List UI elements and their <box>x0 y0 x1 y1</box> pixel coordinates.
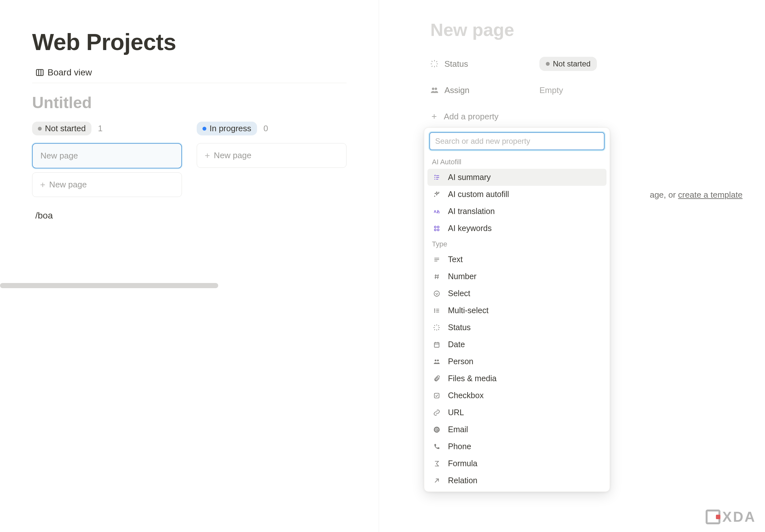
slash-command-input[interactable]: /boa <box>32 211 347 221</box>
status-dot-icon <box>38 127 42 131</box>
status-dot-icon <box>546 62 550 66</box>
dd-item-ai-custom[interactable]: AI custom autofill <box>427 186 606 203</box>
svg-point-4 <box>435 88 437 90</box>
xda-watermark: XDA <box>706 509 756 525</box>
add-card-label: New page <box>49 180 87 190</box>
dd-item-label: URL <box>448 408 464 417</box>
status-pill-in-progress[interactable]: In progress <box>197 122 257 135</box>
attachment-icon <box>432 375 441 382</box>
horizontal-scrollbar[interactable] <box>0 283 218 288</box>
dd-item-text[interactable]: Text <box>427 251 606 268</box>
dd-item-multiselect[interactable]: Multi-select <box>427 302 606 319</box>
side-page-title[interactable]: New page <box>430 19 749 40</box>
page-body-hint: age, or create a template <box>650 190 743 200</box>
svg-rect-0 <box>37 70 43 76</box>
number-icon <box>432 273 441 280</box>
dd-item-label: Checkbox <box>448 391 483 400</box>
dd-item-ai-keywords[interactable]: AI keywords <box>427 220 606 237</box>
dd-item-date[interactable]: Date <box>427 336 606 353</box>
svg-point-8 <box>434 196 435 196</box>
dd-item-number[interactable]: Number <box>427 268 606 285</box>
property-label: Status <box>444 59 468 69</box>
status-label: Not started <box>45 124 86 134</box>
dd-item-ai-summary[interactable]: AI summary <box>427 169 606 186</box>
add-card-label: New page <box>214 151 251 161</box>
svg-point-23 <box>434 310 435 311</box>
multiselect-icon <box>432 307 441 314</box>
dd-item-label: AI summary <box>448 173 491 182</box>
dd-item-label: Date <box>448 340 465 349</box>
email-icon <box>432 426 441 433</box>
dd-item-files[interactable]: Files & media <box>427 370 606 387</box>
property-row-status[interactable]: Status Not started <box>430 56 749 72</box>
page-side-panel: New page Status Not started Assign <box>379 0 765 532</box>
svg-point-10 <box>434 226 436 228</box>
dd-item-label: AI translation <box>448 207 495 216</box>
view-tab-label: Board view <box>48 67 92 78</box>
dropdown-section-ai: AI Autofill <box>427 155 606 169</box>
status-value-text: Not started <box>553 59 590 68</box>
plus-icon: + <box>40 180 45 189</box>
dd-item-relation[interactable]: Relation <box>427 472 606 489</box>
status-dot-icon <box>203 127 206 131</box>
dd-item-phone[interactable]: Phone <box>427 438 606 455</box>
svg-point-21 <box>434 291 439 296</box>
property-row-assign[interactable]: Assign Empty <box>430 82 749 99</box>
dd-item-formula[interactable]: Formula <box>427 455 606 472</box>
dd-item-email[interactable]: Email <box>427 421 606 438</box>
database-subtitle[interactable]: Untitled <box>32 93 347 112</box>
plus-icon: + <box>205 151 210 160</box>
dd-item-url[interactable]: URL <box>427 404 606 421</box>
svg-point-7 <box>439 192 439 193</box>
dd-item-person[interactable]: Person <box>427 353 606 370</box>
dd-item-label: Files & media <box>448 374 496 383</box>
board-columns: Not started 1 New page + New page <box>32 122 347 201</box>
dd-item-label: AI keywords <box>448 224 491 233</box>
phone-icon <box>432 443 441 450</box>
dd-item-label: Select <box>448 289 470 298</box>
dd-item-label: Phone <box>448 442 471 451</box>
select-icon <box>432 290 441 297</box>
checkbox-icon <box>432 392 441 399</box>
svg-point-32 <box>435 359 437 361</box>
board-column-not-started: Not started 1 New page + New page <box>32 122 182 201</box>
database-view-pane: Web Projects Board view Untitled Not <box>0 0 379 532</box>
add-property-button[interactable]: Add a property <box>430 108 749 125</box>
dd-item-select[interactable]: Select <box>427 285 606 302</box>
column-count: 1 <box>98 124 102 134</box>
status-pill-not-started[interactable]: Not started <box>32 122 91 135</box>
svg-point-3 <box>432 88 434 90</box>
svg-point-12 <box>434 229 436 231</box>
dd-item-label: Text <box>448 255 463 264</box>
svg-line-20 <box>438 274 438 279</box>
board-icon <box>35 68 44 77</box>
status-icon <box>430 60 439 68</box>
svg-text:Aあ: Aあ <box>434 209 440 214</box>
page-title[interactable]: Web Projects <box>32 29 347 55</box>
dd-item-checkbox[interactable]: Checkbox <box>427 387 606 404</box>
formula-icon <box>432 460 441 467</box>
text-icon <box>432 256 441 263</box>
svg-point-24 <box>434 311 435 312</box>
board-column-in-progress: In progress 0 + New page <box>197 122 347 201</box>
date-icon <box>432 341 441 348</box>
add-card-button[interactable]: + New page <box>32 172 182 197</box>
link-icon <box>432 409 441 416</box>
person-icon <box>432 358 441 365</box>
dd-item-label: Status <box>448 323 471 332</box>
dd-item-label: Multi-select <box>448 306 488 315</box>
create-template-link[interactable]: create a template <box>678 190 743 200</box>
dd-item-ai-translation[interactable]: Aあ AI translation <box>427 203 606 220</box>
add-card-button[interactable]: + New page <box>197 143 347 168</box>
status-value-pill[interactable]: Not started <box>539 57 597 71</box>
board-view-tab[interactable]: Board view <box>35 67 92 78</box>
dd-item-status[interactable]: Status <box>427 319 606 336</box>
dd-item-label: Formula <box>448 459 477 468</box>
property-search-input[interactable] <box>429 132 604 150</box>
board-card-selected[interactable]: New page <box>32 143 182 169</box>
svg-rect-28 <box>434 342 439 347</box>
summary-icon <box>432 174 441 181</box>
assign-empty-value[interactable]: Empty <box>539 85 563 95</box>
svg-point-11 <box>437 226 439 228</box>
card-title: New page <box>40 151 78 161</box>
